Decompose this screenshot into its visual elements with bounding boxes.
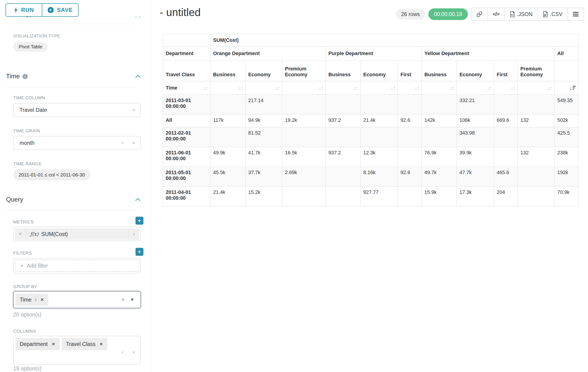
pivot-department-header: Purple Department [326,47,422,60]
columns-select[interactable]: Department ✕ Travel Class ✕ × ▾ [13,336,141,365]
run-button[interactable]: RUN [6,3,42,17]
group-by-select[interactable]: Time i ✕ × ▼ [13,291,141,308]
pivot-sort-cell: ↓ [555,81,578,95]
pivot-value-cell [494,127,518,147]
visualization-type-chip[interactable]: Pivot Table [13,42,48,52]
export-csv-button[interactable]: .CSV [538,8,568,20]
code-icon: </> [493,11,499,17]
pivot-value-cell [422,95,457,114]
pivot-value-cell: 16.5k [282,147,326,167]
pivot-travel-class-header: Economy [245,60,282,81]
columns-chip-department[interactable]: Department ✕ [16,338,60,350]
time-column-select[interactable]: Travel Date ▾ [13,103,141,117]
pivot-value-cell [326,95,360,114]
divider [6,24,137,24]
pivot-value-cell [518,95,555,114]
columns-chip-label: Travel Class [66,341,95,347]
time-collapse-chevron-icon[interactable] [135,75,140,78]
columns-label: COLUMNS [13,329,36,334]
save-button-label: SAVE [57,7,73,13]
filters-label: FILTERS [13,251,32,256]
remove-chip-icon[interactable]: ✕ [51,341,55,347]
clear-icon[interactable]: × [121,297,125,303]
info-icon[interactable]: i [35,297,36,302]
chevron-down-icon[interactable]: ▾ [133,350,135,355]
pivot-value-cell [422,127,457,147]
sort-toggle-icon[interactable]: ↓↑ [450,85,454,91]
pivot-travel-class-header: Premium Economy [282,60,326,81]
export-toolbar: </> .JSON .CSV [471,8,584,21]
pivot-value-cell: 502k [555,114,578,127]
clear-icon[interactable]: × [121,349,124,356]
lightning-bolt-icon [14,7,18,13]
remove-metric-icon[interactable]: × [15,228,26,240]
menu-button[interactable] [568,8,584,20]
share-link-button[interactable] [472,8,488,20]
sort-toggle-icon[interactable]: ↓↑ [510,85,515,91]
pivot-data-row: All117k94.9k19.2k937.221.4k92.6142k106k6… [163,114,578,127]
time-header-content: Time↓↑ [166,85,208,91]
time-column-label: TIME COLUMN [13,95,45,100]
pivot-department-row-label: Department [163,47,210,60]
pivot-corner-cell [163,34,210,47]
pivot-value-cell: 343.98 [457,127,494,147]
columns-chip-travel-class[interactable]: Travel Class ✕ [62,338,107,350]
view-query-button[interactable]: </> [488,8,505,20]
chevron-down-icon[interactable]: ▾ [133,107,135,113]
sort-toggle-icon[interactable]: ↓↑ [487,85,491,91]
pivot-value-cell [494,147,518,167]
query-collapse-chevron-icon[interactable] [135,198,140,201]
run-button-label: RUN [21,7,34,13]
group-by-chip-time[interactable]: Time i ✕ [16,294,48,306]
pivot-row-label: 2011-06-01 00:00:00 [163,147,210,167]
pivot-value-cell: 76.9k [422,147,457,167]
remove-chip-icon[interactable]: ✕ [40,297,44,302]
pivot-travel-class-header: Premium Economy [518,60,555,81]
sort-toggle-icon[interactable]: ↓↑ [353,85,358,91]
group-by-helper: 20 option(s) [13,312,41,318]
pivot-travel-class-header: Business [422,60,457,81]
sort-toggle-icon[interactable]: ↓↑ [203,85,208,91]
clear-icon[interactable]: × [121,140,124,146]
filters-control: + Add filter [13,258,141,273]
export-json-button[interactable]: .JSON [505,8,538,20]
chevron-right-icon[interactable]: › [128,228,139,240]
pivot-value-cell: 39.9k [457,147,494,167]
pivot-value-cell: 669.6 [494,114,518,127]
export-json-label: .JSON [517,11,533,17]
save-button[interactable]: + SAVE [42,3,79,17]
sort-descending-icon[interactable]: ↓ [569,85,576,91]
chevron-down-icon[interactable]: ▾ [133,140,135,146]
pivot-value-cell: 94.9k [245,114,282,127]
remove-chip-icon[interactable]: ✕ [99,341,103,347]
time-grain-select[interactable]: month × ▾ [13,136,141,150]
pivot-value-cell [398,147,422,167]
export-csv-label: .CSV [550,11,562,17]
sort-toggle-icon[interactable]: ↓↑ [275,85,279,91]
plus-icon: + [21,263,23,269]
sort-toggle-icon[interactable]: ↓↑ [238,85,243,91]
pivot-department-header: Yellow Department [422,47,555,60]
pivot-header-row-metric: SUM(Cost) [163,34,578,47]
sort-toggle-icon[interactable]: ↓↑ [414,85,419,91]
info-icon[interactable]: i [22,74,28,79]
metric-chip[interactable]: × ƒ(x) SUM(Cost) › [15,228,139,240]
sort-toggle-icon[interactable]: ↓↑ [390,85,395,91]
add-filter-plus-button[interactable]: + [136,248,143,256]
sort-toggle-icon[interactable]: ↓↑ [547,85,552,91]
chart-title[interactable]: - untitled [160,6,200,19]
add-filter-button[interactable]: + Add filter [15,260,139,272]
sort-toggle-icon[interactable]: ↓↑ [318,85,323,91]
pivot-value-cell: 37.7k [245,167,282,186]
pivot-sort-cell: ↓↑ [398,81,422,95]
pivot-sort-cell: ↓↑ [422,81,457,95]
pivot-value-cell: 465.6 [494,167,518,186]
json-file-icon [510,11,515,17]
plus-circle-icon: + [48,7,54,13]
time-range-chip[interactable]: 2011-01-01 ≤ col < 2011-06-30 [13,169,90,181]
pivot-value-cell: 15.2k [245,186,282,206]
chevron-down-icon[interactable]: ▼ [130,297,134,302]
metrics-label: METRICS [13,220,34,225]
add-metric-button[interactable]: + [136,217,143,225]
pivot-value-cell: 41.7k [245,147,282,167]
